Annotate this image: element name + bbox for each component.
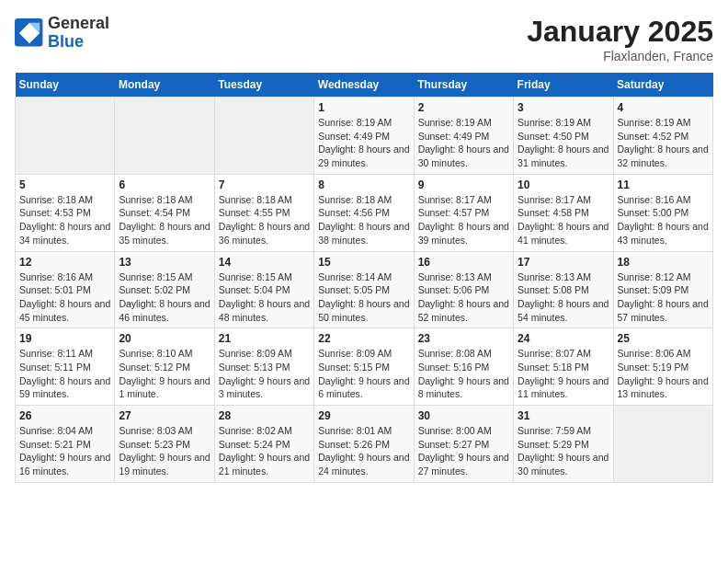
calendar-subtitle: Flaxlanden, France [527,49,713,63]
day-info: Sunrise: 8:18 AMSunset: 4:55 PMDaylight:… [219,193,310,247]
day-number: 16 [418,256,509,269]
day-info: Sunrise: 8:11 AMSunset: 5:11 PMDaylight:… [19,347,110,401]
day-number: 21 [219,332,310,345]
calendar-cell: 28Sunrise: 8:02 AMSunset: 5:24 PMDayligh… [214,406,313,483]
weekday-header-row: SundayMondayTuesdayWednesdayThursdayFrid… [16,73,713,98]
page-header: General Blue January 2025 Flaxlanden, Fr… [15,15,713,63]
calendar-cell: 14Sunrise: 8:15 AMSunset: 5:04 PMDayligh… [214,251,313,328]
day-number: 27 [119,409,210,422]
day-info: Sunrise: 8:09 AMSunset: 5:15 PMDaylight:… [318,347,409,401]
day-number: 28 [219,409,310,422]
day-info: Sunrise: 8:00 AMSunset: 5:27 PMDaylight:… [418,424,509,478]
day-info: Sunrise: 8:19 AMSunset: 4:49 PMDaylight:… [318,116,409,170]
day-number: 2 [418,101,509,114]
calendar-cell: 6Sunrise: 8:18 AMSunset: 4:54 PMDaylight… [115,174,214,251]
calendar-cell: 4Sunrise: 8:19 AMSunset: 4:52 PMDaylight… [613,98,712,175]
day-number: 7 [219,178,310,191]
weekday-monday: Monday [115,73,214,98]
calendar-table: SundayMondayTuesdayWednesdayThursdayFrid… [15,73,713,483]
calendar-cell: 27Sunrise: 8:03 AMSunset: 5:23 PMDayligh… [115,406,214,483]
calendar-cell: 29Sunrise: 8:01 AMSunset: 5:26 PMDayligh… [314,406,414,483]
day-info: Sunrise: 8:02 AMSunset: 5:24 PMDaylight:… [219,424,310,478]
logo: General Blue [15,15,109,52]
day-number: 18 [618,256,709,269]
weekday-thursday: Thursday [414,73,513,98]
day-number: 5 [19,178,110,191]
day-number: 23 [418,332,509,345]
weekday-tuesday: Tuesday [214,73,313,98]
day-info: Sunrise: 8:18 AMSunset: 4:53 PMDaylight:… [19,193,110,247]
day-number: 11 [618,178,709,191]
calendar-cell: 25Sunrise: 8:06 AMSunset: 5:19 PMDayligh… [613,328,712,406]
logo-general-text: General [48,14,109,32]
day-number: 10 [518,178,609,191]
day-number: 22 [318,332,409,345]
calendar-cell [214,98,313,175]
calendar-cell: 16Sunrise: 8:13 AMSunset: 5:06 PMDayligh… [414,251,513,328]
calendar-cell: 5Sunrise: 8:18 AMSunset: 4:53 PMDaylight… [16,174,115,251]
day-info: Sunrise: 8:03 AMSunset: 5:23 PMDaylight:… [119,424,210,478]
calendar-week-5: 26Sunrise: 8:04 AMSunset: 5:21 PMDayligh… [16,406,713,483]
day-info: Sunrise: 8:14 AMSunset: 5:05 PMDaylight:… [318,270,409,325]
day-info: Sunrise: 8:10 AMSunset: 5:12 PMDaylight:… [119,347,210,401]
day-number: 24 [518,332,609,345]
calendar-cell: 20Sunrise: 8:10 AMSunset: 5:12 PMDayligh… [115,328,214,406]
day-number: 15 [318,256,409,269]
day-info: Sunrise: 8:17 AMSunset: 4:57 PMDaylight:… [418,193,509,247]
title-block: January 2025 Flaxlanden, France [527,15,713,63]
day-info: Sunrise: 7:59 AMSunset: 5:29 PMDaylight:… [518,424,609,478]
day-info: Sunrise: 8:07 AMSunset: 5:18 PMDaylight:… [518,347,609,401]
day-info: Sunrise: 8:18 AMSunset: 4:56 PMDaylight:… [318,193,409,247]
calendar-week-2: 5Sunrise: 8:18 AMSunset: 4:53 PMDaylight… [16,174,713,251]
day-number: 9 [418,178,509,191]
calendar-cell: 15Sunrise: 8:14 AMSunset: 5:05 PMDayligh… [314,251,414,328]
calendar-cell: 30Sunrise: 8:00 AMSunset: 5:27 PMDayligh… [414,406,513,483]
logo-icon [15,18,44,48]
day-number: 19 [19,332,110,345]
calendar-title: January 2025 [527,15,713,49]
weekday-friday: Friday [514,73,613,98]
weekday-wednesday: Wednesday [314,73,414,98]
day-number: 30 [418,409,509,422]
day-info: Sunrise: 8:19 AMSunset: 4:50 PMDaylight:… [518,116,609,170]
day-info: Sunrise: 8:12 AMSunset: 5:09 PMDaylight:… [618,270,709,325]
day-info: Sunrise: 8:19 AMSunset: 4:49 PMDaylight:… [418,116,509,170]
calendar-cell: 23Sunrise: 8:08 AMSunset: 5:16 PMDayligh… [414,328,513,406]
day-number: 6 [119,178,210,191]
day-info: Sunrise: 8:13 AMSunset: 5:06 PMDaylight:… [418,270,509,325]
calendar-cell [115,98,214,175]
calendar-cell: 10Sunrise: 8:17 AMSunset: 4:58 PMDayligh… [514,174,613,251]
calendar-week-3: 12Sunrise: 8:16 AMSunset: 5:01 PMDayligh… [16,251,713,328]
calendar-cell: 18Sunrise: 8:12 AMSunset: 5:09 PMDayligh… [613,251,712,328]
day-number: 4 [618,101,709,114]
calendar-week-1: 1Sunrise: 8:19 AMSunset: 4:49 PMDaylight… [16,98,713,175]
calendar-cell: 2Sunrise: 8:19 AMSunset: 4:49 PMDaylight… [414,98,513,175]
weekday-saturday: Saturday [613,73,712,98]
calendar-cell: 13Sunrise: 8:15 AMSunset: 5:02 PMDayligh… [115,251,214,328]
calendar-cell: 24Sunrise: 8:07 AMSunset: 5:18 PMDayligh… [514,328,613,406]
day-number: 26 [19,409,110,422]
calendar-cell: 8Sunrise: 8:18 AMSunset: 4:56 PMDaylight… [314,174,414,251]
weekday-sunday: Sunday [16,73,115,98]
day-number: 29 [318,409,409,422]
day-number: 12 [19,256,110,269]
day-number: 14 [219,256,310,269]
day-info: Sunrise: 8:18 AMSunset: 4:54 PMDaylight:… [119,193,210,247]
day-info: Sunrise: 8:15 AMSunset: 5:04 PMDaylight:… [219,270,310,325]
day-info: Sunrise: 8:13 AMSunset: 5:08 PMDaylight:… [518,270,609,325]
day-number: 3 [518,101,609,114]
day-info: Sunrise: 8:16 AMSunset: 5:00 PMDaylight:… [618,193,709,247]
calendar-cell: 17Sunrise: 8:13 AMSunset: 5:08 PMDayligh… [514,251,613,328]
day-number: 20 [119,332,210,345]
calendar-cell: 11Sunrise: 8:16 AMSunset: 5:00 PMDayligh… [613,174,712,251]
day-number: 13 [119,256,210,269]
calendar-cell: 26Sunrise: 8:04 AMSunset: 5:21 PMDayligh… [16,406,115,483]
day-info: Sunrise: 8:15 AMSunset: 5:02 PMDaylight:… [119,270,210,325]
calendar-cell: 1Sunrise: 8:19 AMSunset: 4:49 PMDaylight… [314,98,414,175]
day-info: Sunrise: 8:19 AMSunset: 4:52 PMDaylight:… [618,116,709,170]
logo-blue-text: Blue [48,32,84,51]
day-number: 8 [318,178,409,191]
day-info: Sunrise: 8:01 AMSunset: 5:26 PMDaylight:… [318,424,409,478]
calendar-cell: 31Sunrise: 7:59 AMSunset: 5:29 PMDayligh… [514,406,613,483]
day-number: 17 [518,256,609,269]
